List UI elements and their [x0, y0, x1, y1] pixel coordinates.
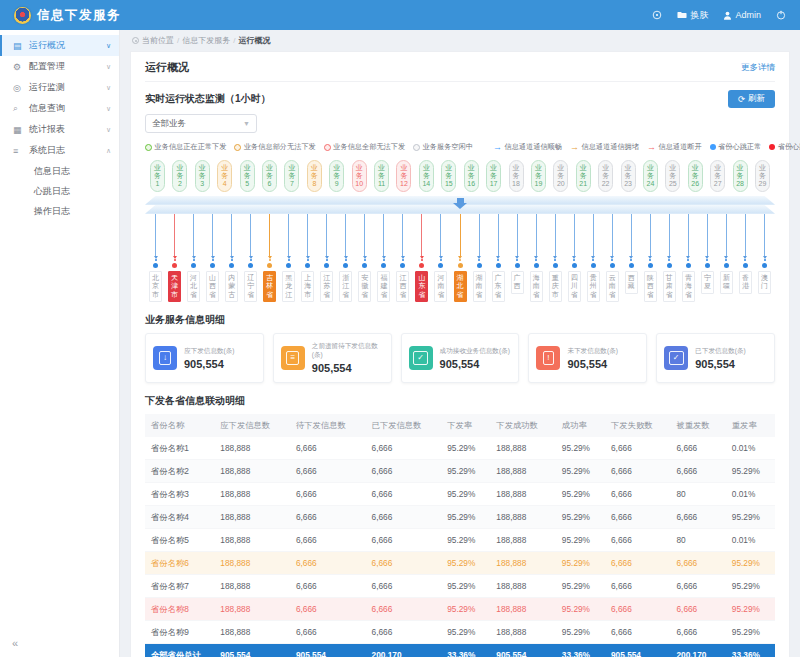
- table-total-cell: 905,554: [214, 644, 290, 657]
- business-num: 3: [200, 180, 204, 188]
- stat-card-info: 之前遗留待下发信息数(条)905,554: [312, 342, 384, 374]
- icon-glyph: ✓: [413, 351, 428, 365]
- province-column: 宁夏: [700, 214, 715, 294]
- province-box: 吉林省: [263, 271, 276, 303]
- sidebar-item-log[interactable]: ≡系统日志∧: [0, 140, 119, 161]
- stat-cards-row: ↓应下发信息数(条)905,554≡之前遗留待下发信息数(条)905,554✓成…: [145, 333, 775, 383]
- business-node: 业务25: [665, 160, 680, 192]
- business-num: 8: [312, 180, 316, 188]
- table-cell: 95.29%: [441, 552, 490, 575]
- sidebar-menu: ▤运行概况∨⚙配置管理∨◎运行监测∨⌕信息查询∨▦统计报表∨≡系统日志∧信息日志…: [0, 35, 119, 221]
- sidebar-subitem[interactable]: 操作日志: [0, 201, 119, 221]
- breadcrumb-separator: /: [233, 36, 235, 45]
- table-cell: 80: [670, 529, 725, 552]
- business-char: 业: [288, 164, 295, 172]
- province-char: 天: [171, 274, 178, 283]
- province-char: 江: [342, 282, 349, 291]
- sidebar-subitem[interactable]: 信息日志: [0, 161, 119, 181]
- stat-card-value: 905,554: [312, 362, 384, 374]
- business-char: 务: [625, 172, 632, 180]
- power-icon[interactable]: [776, 10, 786, 20]
- business-char: 务: [647, 172, 654, 180]
- refresh-button[interactable]: ⟳ 刷新: [728, 90, 775, 108]
- province-column: 北京市: [148, 214, 163, 303]
- business-node: 业务23: [621, 160, 636, 192]
- sidebar-item-gear[interactable]: ⚙配置管理∨: [0, 56, 119, 77]
- province-char: 青: [685, 274, 692, 283]
- table-cell: 188,888: [490, 437, 555, 460]
- business-node: 业务16: [464, 160, 479, 192]
- main-content: 当前位置 / 信息下发服务 / 运行概况 运行概况 更多详情 实时运行状态监测（…: [120, 30, 800, 657]
- channel-line: [479, 214, 480, 256]
- business-char: 业: [445, 164, 452, 172]
- province-box: 山东省: [415, 271, 428, 303]
- business-node: 业务6: [262, 160, 277, 192]
- province-char: 内: [228, 274, 235, 283]
- page-title: 运行概况: [145, 60, 189, 75]
- business-filter-select[interactable]: 全部业务 ▼: [145, 114, 257, 133]
- province-char: 西: [647, 282, 654, 291]
- sidebar-subitem[interactable]: 心跳日志: [0, 181, 119, 201]
- column-header: 待下发信息数: [290, 414, 366, 437]
- business-num: 24: [647, 180, 655, 188]
- person-icon: [723, 11, 732, 20]
- fullscreen-icon[interactable]: [652, 10, 662, 20]
- sidebar-collapse-button[interactable]: «: [12, 637, 18, 649]
- table-cell: 6,666: [605, 575, 670, 598]
- channel-line: [650, 214, 651, 256]
- channel-line: [669, 214, 670, 256]
- heartbeat-dot: [686, 263, 691, 268]
- skin-menu[interactable]: 换肤: [677, 9, 708, 22]
- heartbeat-dot: [762, 263, 767, 268]
- province-column: 河北省: [186, 214, 201, 303]
- business-char: 业: [669, 164, 676, 172]
- province-char: 市: [152, 291, 159, 300]
- channel-line: [460, 214, 461, 256]
- business-node: 业务28: [733, 160, 748, 192]
- channel-line: [612, 214, 613, 256]
- sidebar-item-chart[interactable]: ▦统计报表∨: [0, 119, 119, 140]
- table-cell: 6,666: [290, 483, 366, 506]
- province-box: 陕西省: [644, 271, 657, 303]
- province-char: 省: [590, 291, 597, 300]
- table-cell: 6,666: [605, 598, 670, 621]
- table-cell: 95.29%: [726, 575, 775, 598]
- province-char: 湖: [457, 274, 464, 283]
- business-char: 务: [356, 172, 363, 180]
- refresh-label: 刷新: [748, 93, 765, 105]
- sidebar-item-monitor[interactable]: ◎运行监测∨: [0, 77, 119, 98]
- province-char: 南: [476, 282, 483, 291]
- table-cell: 6,666: [670, 621, 725, 644]
- channel-line: [440, 214, 441, 256]
- business-node: 业务29: [755, 160, 770, 192]
- table-cell: 188,888: [214, 621, 290, 644]
- business-num: 4: [223, 180, 227, 188]
- business-node: 业务7: [284, 160, 299, 192]
- legend-label: 信息通道通信顺畅: [504, 142, 562, 152]
- province-char: 省: [399, 291, 406, 300]
- sidebar-item-search[interactable]: ⌕信息查询∨: [0, 98, 119, 119]
- breadcrumb-item[interactable]: 信息下发服务: [182, 35, 230, 46]
- business-node: 业务12: [396, 160, 411, 192]
- more-details-link[interactable]: 更多详情: [741, 62, 775, 74]
- heartbeat-dot: [629, 263, 634, 268]
- stat-card-value: 905,554: [184, 358, 235, 370]
- business-num: 20: [557, 180, 565, 188]
- table-cell: 省份名称7: [145, 575, 214, 598]
- channel-line: [174, 214, 175, 256]
- province-char: 省: [342, 291, 349, 300]
- heartbeat-dot: [267, 263, 272, 268]
- province-char: 藏: [628, 282, 635, 291]
- user-menu[interactable]: Admin: [723, 10, 761, 20]
- sidebar-item-overview[interactable]: ▤运行概况∨: [0, 35, 119, 56]
- table-cell: 6,666: [670, 575, 725, 598]
- province-char: 浙: [342, 274, 349, 283]
- table-row: 省份名称4188,8886,6666,66695.29%188,88895.29…: [145, 506, 775, 529]
- legend-item: 业务服务空闲中: [413, 142, 473, 152]
- business-num: 27: [714, 180, 722, 188]
- channel-line: [155, 214, 156, 256]
- province-char: 吉: [266, 274, 273, 283]
- province-box: 河南省: [434, 271, 447, 303]
- province-char: 安: [361, 274, 368, 283]
- business-char: 业: [311, 164, 318, 172]
